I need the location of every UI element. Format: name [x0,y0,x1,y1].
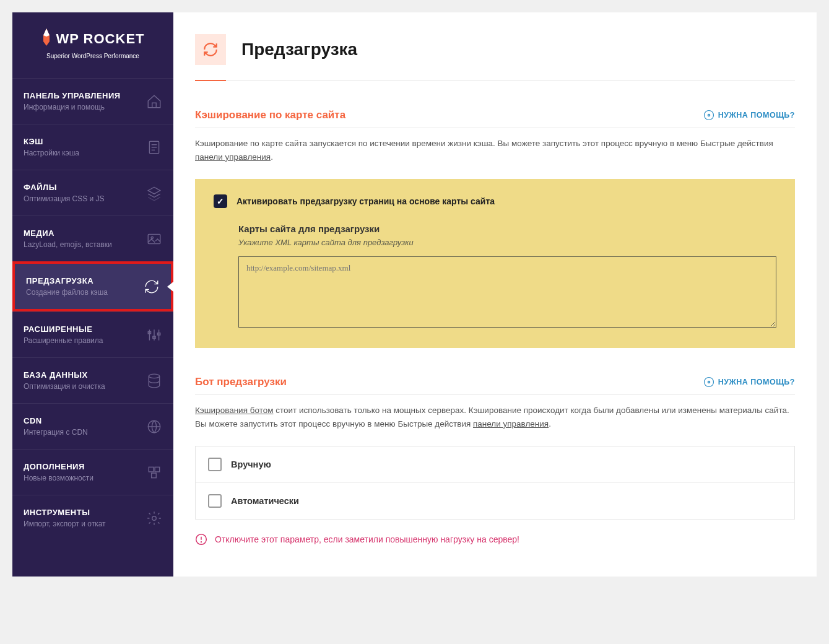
svg-point-19 [708,115,710,116]
sliders-icon [146,327,162,343]
help-link[interactable]: НУЖНА ПОМОЩЬ? [703,110,795,121]
option-label: Вручную [231,459,271,469]
nav-item-file[interactable]: КЭШНастройки кэша [12,124,173,170]
logo-brand: WP ROCKET [56,31,144,47]
help-link[interactable]: НУЖНА ПОМОЩЬ? [703,376,795,388]
nav-item-subtitle: Оптимизация CSS и JS [24,194,146,203]
activate-preload-checkbox[interactable] [214,194,227,208]
section-title: Бот предзагрузки [195,376,287,388]
nav-item-home[interactable]: ПАНЕЛЬ УПРАВЛЕНИЯИнформация и помощь [12,78,173,124]
nav-item-subtitle: Расширенные правила [24,336,146,345]
nav-item-globe[interactable]: CDNИнтеграция с CDN [12,403,173,449]
help-label: НУЖНА ПОМОЩЬ? [718,378,795,386]
option-label: Автоматически [231,496,299,506]
nav-item-title: ПРЕДЗАГРУЗКА [26,276,144,285]
boxes-icon [146,464,162,481]
nav-item-refresh[interactable]: ПРЕДЗАГРУЗКАСоздание файлов кэша [12,261,173,311]
option-automatic: Автоматически [196,482,794,519]
svg-point-21 [708,381,710,383]
page-header: Предзагрузка [195,34,795,81]
dashboard-link[interactable]: панели управления [473,419,549,429]
nav-item-title: ФАЙЛЫ [24,183,146,192]
refresh-icon [195,34,226,65]
warning-message: Отключите этот параметр, если заметили п… [195,533,795,546]
nav-list: ПАНЕЛЬ УПРАВЛЕНИЯИнформация и помощьКЭШН… [12,78,173,541]
nav-item-subtitle: Создание файлов кэша [26,288,144,297]
nav-item-subtitle: Информация и помощь [24,103,146,111]
svg-rect-14 [149,467,154,472]
page-title: Предзагрузка [241,40,357,59]
svg-rect-16 [152,473,157,478]
nav-item-title: CDN [24,416,146,425]
sitemap-field-desc: Укажите XML карты сайта для предзагрузки [238,238,776,247]
help-label: НУЖНА ПОМОЩЬ? [718,111,795,120]
file-icon [146,139,162,155]
nav-item-database[interactable]: БАЗА ДАННЫХОптимизация и очистка [12,357,173,403]
nav-item-subtitle: Оптимизация и очистка [24,382,146,391]
svg-point-17 [152,516,157,520]
refresh-icon [144,279,160,295]
svg-point-18 [704,111,713,120]
svg-point-20 [704,378,713,387]
section-description: Кэширование по карте сайта запускается п… [195,137,795,163]
home-icon [146,94,162,110]
nav-item-title: БАЗА ДАННЫХ [24,370,146,380]
image-icon [146,231,162,247]
nav-item-title: ИНСТРУМЕНТЫ [24,508,146,517]
nav-item-layers[interactable]: ФАЙЛЫОптимизация CSS и JS [12,170,173,215]
sitemap-field-title: Карты сайта для предзагрузки [238,224,776,234]
dashboard-link[interactable]: панели управления [195,152,271,162]
nav-item-subtitle: Новые возможности [24,474,146,482]
nav-item-subtitle: LazyLoad, emojis, вставки [24,240,146,249]
nav-item-subtitle: Интеграция с CDN [24,428,146,437]
section-preload-bot: Бот предзагрузки НУЖНА ПОМОЩЬ? Кэширован… [195,376,795,546]
rocket-icon [41,28,52,50]
gear-icon [146,510,162,526]
manual-checkbox[interactable] [208,458,222,471]
nav-item-title: ДОПОЛНЕНИЯ [24,462,146,471]
nav-item-gear[interactable]: ИНСТРУМЕНТЫИмпорт, экспорт и откат [12,495,173,541]
svg-point-24 [201,542,202,542]
warning-text: Отключите этот параметр, если заметили п… [215,534,519,544]
nav-item-boxes[interactable]: ДОПОЛНЕНИЯНовые возможности [12,449,173,495]
nav-item-title: ПАНЕЛЬ УПРАВЛЕНИЯ [24,91,146,100]
preload-settings-box: Активировать предзагрузку страниц на осн… [195,179,795,348]
section-sitemap-caching: Кэширование по карте сайта НУЖНА ПОМОЩЬ?… [195,109,795,348]
database-icon [146,373,162,389]
nav-item-sliders[interactable]: РАСШИРЕННЫЕРасширенные правила [12,311,173,357]
logo-tagline: Superior WordPress Performance [25,53,161,59]
layers-icon [146,185,162,201]
section-description: Кэширования ботом стоит использовать тол… [195,404,795,430]
sidebar: WP ROCKET Superior WordPress Performance… [12,12,173,577]
svg-point-5 [151,237,153,238]
automatic-checkbox[interactable] [208,494,222,508]
option-manual: Вручную [196,446,794,482]
nav-item-subtitle: Импорт, экспорт и откат [24,520,146,528]
main-content: Предзагрузка Кэширование по карте сайта … [173,12,817,577]
svg-point-12 [149,374,159,378]
bot-options: Вручную Автоматически [195,446,795,520]
svg-rect-15 [155,467,160,472]
nav-item-image[interactable]: МЕДИАLazyLoad, emojis, вставки [12,215,173,261]
nav-item-title: КЭШ [24,137,146,146]
bot-caching-link[interactable]: Кэширования ботом [195,406,274,415]
logo: WP ROCKET Superior WordPress Performance [12,12,173,78]
sitemap-textarea[interactable] [238,256,776,328]
globe-icon [146,419,162,435]
section-title: Кэширование по карте сайта [195,109,345,121]
nav-item-subtitle: Настройки кэша [24,149,146,157]
nav-item-title: МЕДИА [24,228,146,238]
nav-item-title: РАСШИРЕННЫЕ [24,324,146,334]
activate-preload-label: Активировать предзагрузку страниц на осн… [237,196,495,206]
